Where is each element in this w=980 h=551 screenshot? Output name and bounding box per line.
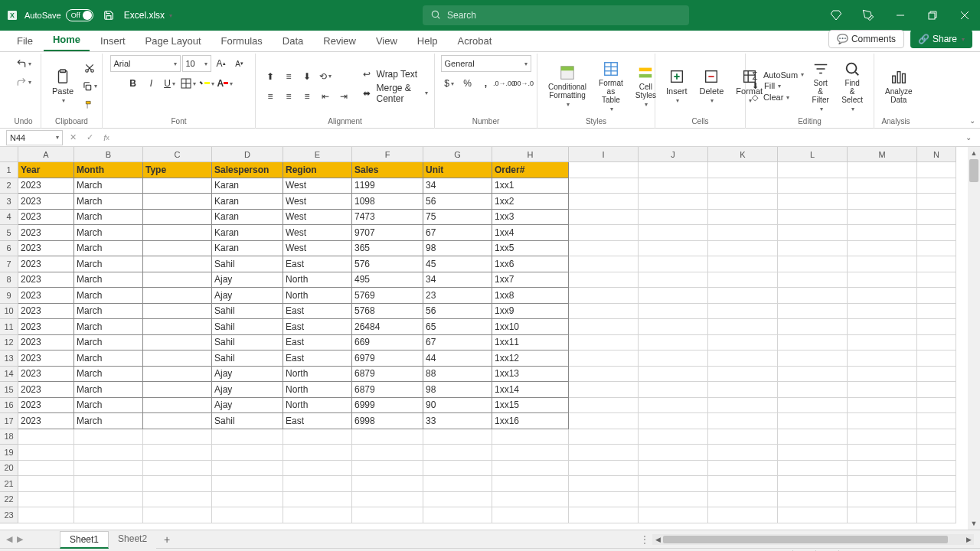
row-header[interactable]: 7 [0,256,18,272]
cell[interactable]: 98 [423,241,492,257]
cell[interactable] [639,398,708,414]
accounting-format-button[interactable]: $▾ [441,75,458,92]
cell[interactable]: Type [143,162,212,178]
cell[interactable]: Sahil [212,319,283,335]
column-header[interactable]: C [143,147,212,162]
row-header[interactable]: 6 [0,241,18,257]
tab-formulas[interactable]: Formulas [212,31,272,51]
cell[interactable] [778,350,848,367]
cell[interactable]: 2023 [18,413,74,429]
cell[interactable] [352,476,423,492]
cell[interactable] [569,194,639,210]
cell[interactable]: 98 [423,382,492,398]
cell[interactable] [708,319,778,335]
cell[interactable] [569,461,639,477]
cell[interactable]: March [74,225,143,241]
cell[interactable] [917,272,956,289]
cell[interactable]: March [74,272,143,289]
cell[interactable]: Region [283,162,352,178]
cell[interactable] [143,335,212,351]
underline-button[interactable]: U▾ [162,75,178,92]
row-header[interactable]: 16 [0,398,18,414]
tab-file[interactable]: File [8,31,42,51]
cell[interactable] [423,507,492,523]
scroll-left-button[interactable]: ◀ [652,536,663,543]
tab-insert[interactable]: Insert [91,31,135,51]
merge-center-button[interactable]: ⬌ Merge & Center▾ [363,83,428,104]
cell[interactable] [18,476,74,492]
cell[interactable] [917,350,956,367]
align-middle-button[interactable]: ≡ [280,68,297,85]
cell[interactable] [569,319,639,335]
insert-cells-button[interactable]: Insert▾ [662,67,692,106]
cell[interactable]: Ajay [212,272,283,289]
cell[interactable]: March [74,178,143,194]
cell[interactable] [352,492,423,508]
cell[interactable] [639,382,708,398]
borders-button[interactable]: ▾ [180,75,197,92]
cell[interactable] [917,335,956,351]
cell[interactable] [639,194,708,210]
cell[interactable]: Karan [212,241,283,257]
cell[interactable] [143,210,212,226]
row-header[interactable]: 1 [0,162,18,178]
cell[interactable] [569,367,639,383]
cell[interactable] [708,461,778,477]
row-header[interactable]: 14 [0,367,18,383]
select-all-corner[interactable] [0,147,18,162]
formula-input[interactable] [116,130,960,145]
align-left-button[interactable]: ≡ [262,88,279,105]
cell[interactable]: East [283,319,352,335]
cell[interactable]: Year [18,162,74,178]
cell[interactable] [917,210,956,226]
cell[interactable] [778,413,848,429]
cell[interactable]: Karan [212,225,283,241]
cell[interactable] [143,398,212,414]
cell[interactable] [708,445,778,461]
cell[interactable] [639,476,708,492]
cell[interactable] [917,304,956,320]
cell[interactable] [143,413,212,429]
row-header[interactable]: 9 [0,288,18,304]
cell[interactable]: 88 [423,367,492,383]
cell[interactable]: March [74,413,143,429]
cell[interactable]: 1xx13 [492,367,569,383]
cell[interactable] [639,350,708,367]
cell[interactable] [143,492,212,508]
cell[interactable] [778,319,848,335]
cell[interactable] [143,241,212,257]
cell[interactable] [708,288,778,304]
tab-acrobat[interactable]: Acrobat [449,31,501,51]
sheet-nav-prev-button[interactable]: ◀ [6,534,12,544]
cell[interactable]: 2023 [18,256,74,272]
cell[interactable] [708,476,778,492]
cell[interactable]: 33 [423,413,492,429]
cell[interactable] [74,429,143,445]
cell[interactable] [639,256,708,272]
cell[interactable]: Sahil [212,413,283,429]
cell[interactable] [848,507,917,523]
cell[interactable]: Salesperson [212,162,283,178]
cell[interactable] [569,445,639,461]
row-header[interactable]: 23 [0,507,18,523]
cell[interactable]: 1xx14 [492,382,569,398]
cell[interactable] [569,382,639,398]
cell[interactable] [778,241,848,257]
cell[interactable]: 6979 [352,350,423,367]
cell[interactable] [917,241,956,257]
font-color-button[interactable]: A▾ [217,75,234,92]
column-header[interactable]: G [423,147,492,162]
row-header[interactable]: 11 [0,319,18,335]
cell[interactable] [212,476,283,492]
cell[interactable] [639,492,708,508]
column-header[interactable]: J [639,147,708,162]
cell[interactable]: 26484 [352,319,423,335]
cell[interactable] [848,398,917,414]
cell[interactable] [569,335,639,351]
cell[interactable]: North [283,272,352,289]
cell[interactable] [143,288,212,304]
cell[interactable]: 9707 [352,225,423,241]
cell[interactable] [848,382,917,398]
cell[interactable]: Sales [352,162,423,178]
cell[interactable] [639,162,708,178]
